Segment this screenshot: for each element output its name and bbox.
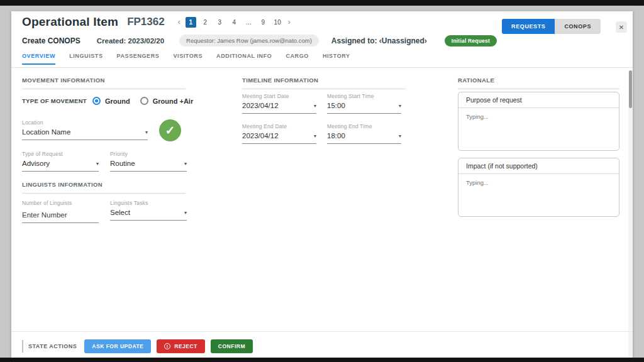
radio-ground[interactable]: Ground — [92, 97, 130, 105]
number-of-linguists-field[interactable]: Number of Linguists — [22, 200, 99, 223]
chevron-down-icon: ▾ — [314, 133, 316, 139]
meeting-start-date-label: Meeting Start Date — [242, 93, 316, 99]
linguists-tasks-select[interactable]: Select ▾ — [110, 209, 187, 221]
ask-for-update-button[interactable]: ASK FOR UPDATE — [84, 339, 151, 353]
chevron-down-icon: ▾ — [184, 161, 187, 167]
operational-item-window: Operational Item FP1362 ‹ 1 2 3 4 … 9 10… — [11, 11, 633, 358]
impact-textarea[interactable]: Typing... — [458, 174, 619, 212]
state-actions-label: STATE ACTIONS — [28, 343, 77, 349]
meeting-start-date-value: 2023/04/12 — [242, 102, 279, 109]
radio-ground-air-label: Ground +Air — [153, 97, 193, 105]
meeting-end-date-field[interactable]: Meeting End Date 2023/04/12 ▾ — [242, 123, 316, 144]
pagination-page-10[interactable]: 10 — [272, 17, 283, 28]
tab-linguists[interactable]: LINGUISTS — [69, 53, 103, 65]
rationale-section-title: RATIONALE — [458, 77, 619, 89]
priority-value: Routine — [110, 160, 135, 167]
location-select[interactable]: Location Name ▾ — [22, 128, 148, 140]
requestor-chip: Requestor: James Row (james.row@nato.com… — [179, 35, 319, 47]
pagination-page-4[interactable]: 4 — [229, 17, 240, 28]
state-actions-bar: STATE ACTIONS ASK FOR UPDATE ! REJECT CO… — [22, 339, 258, 353]
page-title: Operational Item — [22, 15, 118, 29]
vertical-scrollbar[interactable] — [628, 70, 633, 358]
location-field[interactable]: Location Location Name ▾ — [22, 119, 148, 140]
tab-cargo[interactable]: CARGO — [286, 53, 309, 65]
impact-title: Impact (if not supported) — [458, 158, 619, 174]
conops-button[interactable]: CONOPS — [555, 19, 601, 34]
linguists-tasks-value: Select — [110, 209, 130, 216]
tab-history[interactable]: HISTORY — [323, 53, 350, 65]
priority-field[interactable]: Priority Routine ▾ — [110, 151, 187, 172]
meeting-end-date-select[interactable]: 2023/04/12 ▾ — [242, 132, 316, 144]
state-actions-divider — [22, 340, 23, 353]
purpose-of-request-card: Purpose of request Typing... — [458, 92, 619, 151]
tab-additional-info[interactable]: ADDITIONAL INFO — [216, 53, 272, 65]
type-of-request-field[interactable]: Type of Request Advisory ▾ — [22, 151, 99, 172]
chevron-down-icon: ▾ — [184, 210, 187, 216]
meeting-end-date-label: Meeting End Date — [242, 123, 316, 129]
reject-button[interactable]: ! REJECT — [157, 339, 205, 353]
priority-select[interactable]: Routine ▾ — [110, 160, 187, 172]
linguists-section-title: LINGUISTS INFORMATION — [22, 181, 186, 194]
scrollbar-thumb[interactable] — [629, 70, 632, 108]
impact-card: Impact (if not supported) Typing... — [458, 158, 619, 217]
type-of-request-value: Advisory — [22, 160, 50, 167]
pagination: ‹ 1 2 3 4 … 9 10 › — [175, 17, 294, 28]
tab-passengers[interactable]: PASSENGERS — [117, 53, 160, 65]
radio-ground-air-icon[interactable] — [140, 97, 148, 105]
linguists-tasks-field[interactable]: Linguists Tasks Select ▾ — [110, 200, 187, 221]
tab-visitors[interactable]: VISITORS — [173, 53, 203, 65]
ask-for-update-label: ASK FOR UPDATE — [92, 343, 143, 349]
type-of-request-select[interactable]: Advisory ▾ — [22, 160, 99, 172]
timeline-section-title: TIMELINE INFORMATION — [242, 77, 406, 89]
location-label: Location — [22, 119, 148, 126]
meeting-start-time-label: Meeting Start Time — [327, 93, 401, 99]
number-of-linguists-input[interactable] — [22, 211, 99, 223]
radio-ground-icon[interactable] — [92, 97, 101, 105]
meeting-start-date-field[interactable]: Meeting Start Date 2023/04/12 ▾ — [242, 93, 316, 114]
type-of-movement-label: TYPE OF MOVEMENT — [22, 97, 92, 104]
pagination-prev-icon[interactable]: ‹ — [175, 18, 184, 26]
requests-button[interactable]: REQUESTS — [502, 19, 555, 34]
tab-overview[interactable]: OVERVIEW — [22, 53, 55, 65]
meta-row: Create CONOPS Created: 2023/02/20 Reques… — [22, 35, 497, 47]
purpose-of-request-title: Purpose of request — [458, 92, 619, 108]
number-of-linguists-label: Number of Linguists — [22, 200, 99, 206]
pagination-page-3[interactable]: 3 — [214, 17, 225, 28]
reject-label: REJECT — [174, 343, 197, 349]
linguists-tasks-label: Linguists Tasks — [110, 200, 187, 206]
title-row: Operational Item FP1362 ‹ 1 2 3 4 … 9 10… — [22, 15, 294, 29]
top-black-bar — [0, 0, 644, 6]
meeting-end-date-value: 2023/04/12 — [242, 132, 279, 140]
chevron-down-icon: ▾ — [145, 129, 148, 135]
radio-ground-label: Ground — [105, 97, 130, 105]
window-header: Operational Item FP1362 ‹ 1 2 3 4 … 9 10… — [11, 11, 633, 68]
meeting-end-time-label: Meeting End Time — [327, 123, 401, 129]
chevron-down-icon: ▾ — [314, 103, 316, 109]
location-valid-check-icon: ✓ — [159, 119, 181, 141]
pagination-next-icon[interactable]: › — [285, 18, 294, 26]
close-icon[interactable]: ✕ — [616, 21, 627, 33]
confirm-button[interactable]: CONFIRM — [211, 339, 253, 353]
meeting-end-time-value: 18:00 — [327, 132, 345, 140]
meeting-start-time-select[interactable]: 15:00 ▾ — [327, 102, 401, 114]
footer-divider — [11, 331, 633, 332]
created-date-label: Created: 2023/02/20 — [97, 37, 164, 45]
pagination-page-1[interactable]: 1 — [186, 17, 196, 28]
meeting-end-time-field[interactable]: Meeting End Time 18:00 ▾ — [327, 123, 401, 144]
create-conops-label: Create CONOPS — [22, 36, 80, 45]
assigned-to-label: Assigned to: ‹Unassigned› — [331, 36, 427, 45]
pagination-page-9[interactable]: 9 — [258, 17, 269, 28]
meeting-end-time-select[interactable]: 18:00 ▾ — [327, 132, 401, 144]
meeting-start-time-field[interactable]: Meeting Start Time 15:00 ▾ — [327, 93, 401, 114]
view-toggle: REQUESTS CONOPS — [502, 19, 601, 34]
pagination-page-2[interactable]: 2 — [200, 17, 211, 28]
location-value: Location Name — [22, 128, 70, 136]
type-of-request-label: Type of Request — [22, 151, 99, 157]
purpose-of-request-textarea[interactable]: Typing... — [458, 108, 619, 146]
status-badge: Initial Request — [445, 35, 497, 47]
tab-bar: OVERVIEW LINGUISTS PASSENGERS VISITORS A… — [22, 53, 350, 65]
type-of-movement-row: TYPE OF MOVEMENT Ground Ground +Air — [22, 97, 203, 105]
item-id: FP1362 — [127, 16, 165, 28]
radio-ground-air[interactable]: Ground +Air — [140, 97, 193, 105]
meeting-start-date-select[interactable]: 2023/04/12 ▾ — [242, 102, 316, 114]
